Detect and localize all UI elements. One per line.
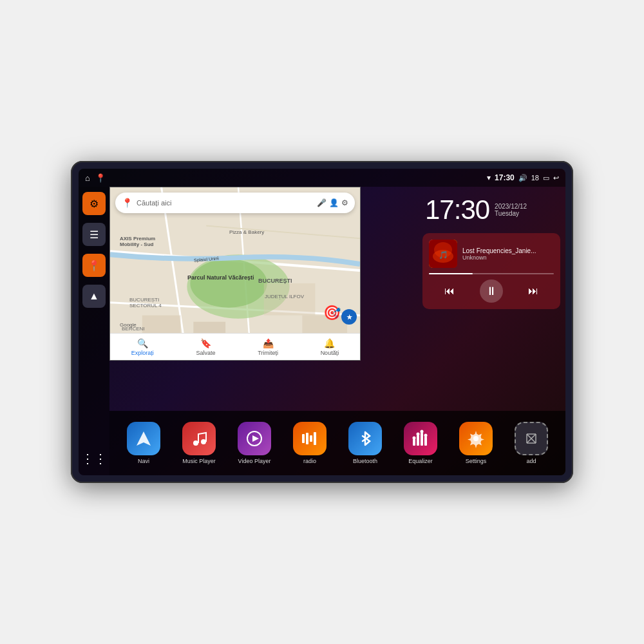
settings-icon: ⚙ bbox=[90, 198, 99, 210]
svg-point-17 bbox=[193, 440, 198, 446]
back-icon[interactable]: ↩ bbox=[553, 174, 559, 182]
add-label: add bbox=[526, 458, 536, 464]
map-star-button[interactable]: ★ bbox=[341, 309, 357, 325]
music-artist: Unknown bbox=[462, 254, 554, 261]
home-icon[interactable]: ⌂ bbox=[85, 173, 90, 183]
volume-icon: 🔊 bbox=[518, 174, 527, 182]
mic-icon[interactable]: 🎤 bbox=[317, 198, 327, 207]
explore-label: Explorați bbox=[131, 350, 154, 356]
svg-marker-16 bbox=[137, 431, 151, 446]
navi-label: Navi bbox=[138, 458, 149, 464]
svg-point-30 bbox=[417, 433, 420, 436]
equalizer-label: Equalizer bbox=[408, 458, 433, 464]
app-equalizer[interactable]: Equalizer bbox=[401, 422, 440, 464]
search-placeholder: Căutați aici bbox=[137, 199, 313, 207]
svg-rect-21 bbox=[302, 434, 305, 443]
clock-widget: 17:30 2023/12/12 Tuesday bbox=[417, 187, 565, 233]
app-add[interactable]: add bbox=[512, 422, 551, 464]
equalizer-icon bbox=[404, 422, 437, 455]
files-icon: ☰ bbox=[90, 229, 99, 241]
app-video-player[interactable]: Video Player bbox=[235, 422, 274, 464]
send-label: Trimiteți bbox=[258, 350, 278, 356]
map-location-button[interactable]: 🎯 bbox=[323, 305, 341, 321]
svg-text:🎵: 🎵 bbox=[439, 250, 448, 260]
left-sidebar: ⚙ ☰ 📍 ▲ ⋮⋮ bbox=[79, 187, 109, 475]
svg-point-18 bbox=[201, 439, 206, 444]
battery-icon: ▭ bbox=[543, 174, 549, 182]
radio-icon bbox=[293, 422, 327, 455]
app-music-player[interactable]: Music Player bbox=[180, 422, 218, 464]
sidebar-files-button[interactable]: ☰ bbox=[82, 223, 106, 246]
svg-point-29 bbox=[413, 437, 416, 440]
music-progress-bar[interactable] bbox=[429, 273, 554, 274]
clock-day: Tuesday bbox=[495, 210, 527, 217]
next-button[interactable]: ⏭ bbox=[523, 281, 544, 301]
music-controls: ⏮ ⏸ ⏭ bbox=[429, 279, 554, 303]
music-player-icon bbox=[182, 422, 216, 455]
video-player-icon bbox=[238, 422, 271, 455]
add-app-icon bbox=[515, 422, 548, 455]
music-progress-fill bbox=[429, 273, 473, 274]
account-icon[interactable]: 👤 bbox=[329, 198, 339, 207]
sidebar-settings-button[interactable]: ⚙ bbox=[82, 192, 106, 215]
svg-rect-28 bbox=[424, 437, 427, 446]
map-widget[interactable]: 📍 Căutați aici 🎤 👤 ⚙ AXIS PremiumMobilit… bbox=[109, 187, 361, 361]
send-icon: 📤 bbox=[263, 338, 274, 348]
clock-time: 17:30 bbox=[425, 194, 489, 225]
main-content: ⚙ ☰ 📍 ▲ ⋮⋮ bbox=[79, 187, 565, 475]
map-label-parc: Parcul Natural Văcărești bbox=[187, 274, 254, 281]
svg-rect-22 bbox=[306, 433, 308, 444]
google-logo: Google bbox=[120, 322, 137, 328]
settings-label: Settings bbox=[466, 458, 487, 464]
app-settings[interactable]: Settings bbox=[457, 422, 495, 464]
map-label-axis: AXIS PremiumMobility - Sud bbox=[120, 236, 155, 247]
pause-button[interactable]: ⏸ bbox=[480, 279, 503, 303]
bluetooth-label: Bluetooth bbox=[353, 458, 377, 464]
map-pin-icon: 📍 bbox=[88, 260, 100, 272]
music-widget[interactable]: 🎵 Lost Frequencies_Janie... Unknown bbox=[422, 233, 560, 309]
svg-point-32 bbox=[424, 434, 428, 437]
music-title: Lost Frequencies_Janie... bbox=[462, 247, 554, 254]
news-icon: 🔔 bbox=[324, 338, 335, 348]
app-grid-button[interactable]: ⋮⋮ bbox=[82, 447, 106, 470]
bluetooth-icon bbox=[348, 422, 382, 455]
status-time: 17:30 bbox=[495, 173, 515, 182]
map-label-sector4: BUCUREȘTISECTORUL 4 bbox=[129, 297, 162, 308]
svg-point-7 bbox=[190, 259, 267, 308]
map-label-ilfov: JUDEȚUL ILFOV bbox=[265, 294, 304, 299]
device-screen: ⌂ 📍 ▾ 17:30 🔊 18 ▭ ↩ ⚙ ☰ bbox=[79, 169, 565, 475]
navi-icon bbox=[127, 422, 160, 455]
maps-status-icon[interactable]: 📍 bbox=[95, 173, 106, 183]
saved-label: Salvate bbox=[196, 350, 216, 356]
status-bar: ⌂ 📍 ▾ 17:30 🔊 18 ▭ ↩ bbox=[79, 169, 565, 187]
clock-date-info: 2023/12/12 Tuesday bbox=[495, 203, 527, 217]
music-info: Lost Frequencies_Janie... Unknown bbox=[462, 247, 554, 261]
car-head-unit: ⌂ 📍 ▾ 17:30 🔊 18 ▭ ↩ ⚙ ☰ bbox=[71, 161, 573, 483]
news-label: Noutăți bbox=[321, 350, 339, 356]
app-dock: Navi Music Player bbox=[109, 411, 565, 475]
music-player-label: Music Player bbox=[182, 458, 216, 464]
app-navi[interactable]: Navi bbox=[124, 422, 163, 464]
nav-arrow-icon: ▲ bbox=[89, 290, 99, 302]
sidebar-nav-button[interactable]: ▲ bbox=[82, 285, 106, 308]
app-bluetooth[interactable]: Bluetooth bbox=[346, 422, 384, 464]
map-nav-send[interactable]: 📤 Trimiteți bbox=[258, 338, 278, 356]
wifi-icon: ▾ bbox=[487, 173, 491, 182]
prev-button[interactable]: ⏮ bbox=[439, 281, 460, 301]
map-nav-saved[interactable]: 🔖 Salvate bbox=[196, 338, 216, 356]
music-track-info: 🎵 Lost Frequencies_Janie... Unknown bbox=[429, 240, 554, 268]
radio-label: radio bbox=[303, 458, 316, 464]
app-radio[interactable]: radio bbox=[290, 422, 329, 464]
maps-logo-icon: 📍 bbox=[122, 198, 133, 208]
sidebar-maps-button[interactable]: 📍 bbox=[82, 254, 106, 277]
map-nav-explore[interactable]: 🔍 Explorați bbox=[131, 338, 154, 356]
status-left: ⌂ 📍 bbox=[85, 173, 106, 183]
map-search-actions: 🎤 👤 ⚙ bbox=[317, 198, 348, 207]
album-art: 🎵 bbox=[429, 240, 457, 268]
svg-rect-27 bbox=[421, 433, 423, 446]
settings-icon[interactable]: ⚙ bbox=[341, 198, 348, 207]
status-right: ▾ 17:30 🔊 18 ▭ ↩ bbox=[487, 173, 559, 182]
map-nav-news[interactable]: 🔔 Noutăți bbox=[321, 338, 339, 356]
saved-icon: 🔖 bbox=[200, 338, 211, 348]
map-search-bar[interactable]: 📍 Căutați aici 🎤 👤 ⚙ bbox=[115, 193, 355, 213]
